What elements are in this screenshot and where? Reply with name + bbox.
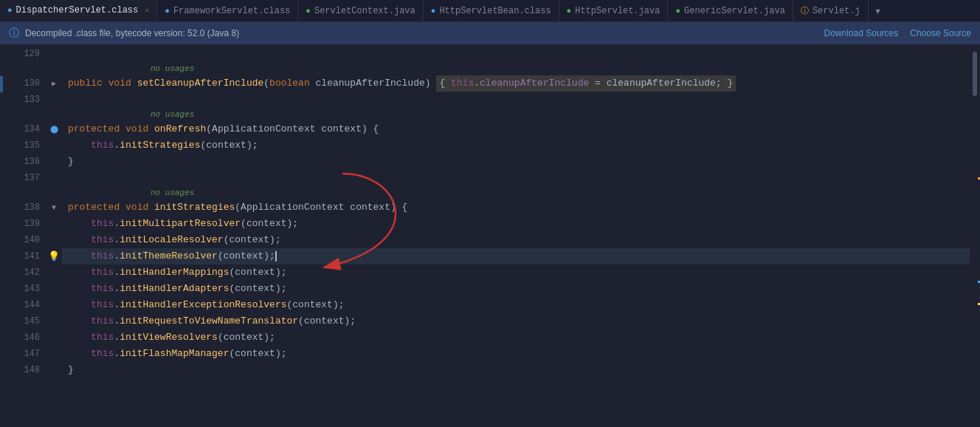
gi-144 <box>46 297 62 313</box>
ln-135: 135 <box>13 137 46 154</box>
gi-147 <box>46 346 62 362</box>
choose-source-link[interactable]: Choose Source <box>910 28 971 38</box>
info-icon: ⓘ <box>9 27 19 40</box>
code-line-139: this.initMultipartResolver(context); <box>62 216 970 232</box>
gi-143 <box>46 281 62 297</box>
ln-141: 141 <box>13 248 46 264</box>
code-line-144: this.initHandlerExceptionResolvers(conte… <box>62 297 970 313</box>
scrollbar-thumb[interactable] <box>973 52 977 96</box>
ln-137: 137 <box>13 170 46 186</box>
tab-icon: ● <box>431 7 436 16</box>
close-icon[interactable]: ✕ <box>145 6 149 15</box>
ide-window: ● DispatcherServlet.class ✕ ● FrameworkS… <box>0 0 980 427</box>
code-line-137 <box>62 170 970 186</box>
breakpoint-gutter <box>0 44 13 427</box>
ln-blank-comment1 <box>13 62 46 75</box>
gi-148 <box>46 362 62 378</box>
info-bar: ⓘ Decompiled .class file, bytecode versi… <box>0 22 980 44</box>
gutter-icons-column: ▶ ⬤ ▼ 💡 <box>46 44 62 427</box>
ln-145: 145 <box>13 313 46 329</box>
code-line-129 <box>62 46 970 62</box>
tab-framework[interactable]: ● FrameworkServlet.class <box>157 0 298 21</box>
tab-servletcontext[interactable]: ● ServletContext.java <box>298 0 423 21</box>
ln-130: 130 <box>13 75 46 92</box>
tab-label: HttpServlet.java <box>575 6 660 16</box>
tab-label: ServletContext.java <box>314 6 415 16</box>
ln-129: 129 <box>13 46 46 62</box>
decompile-info-text: Decompiled .class file, bytecode version… <box>25 28 239 38</box>
tab-label: DispatcherServlet.class <box>16 5 139 16</box>
tab-dispatcher[interactable]: ● DispatcherServlet.class ✕ <box>0 0 157 21</box>
code-line-143: this.initHandlerAdapters(context); <box>62 281 970 297</box>
code-area: 129 130 133 134 135 136 137 138 139 140 … <box>0 44 980 427</box>
gi-146 <box>46 329 62 346</box>
tab-icon: ● <box>165 7 170 16</box>
right-scrollbar[interactable] <box>970 44 980 427</box>
gi-141-bulb[interactable]: 💡 <box>46 248 62 264</box>
tab-servletj[interactable]: ⓘ Servlet.j <box>793 0 869 21</box>
info-left: ⓘ Decompiled .class file, bytecode versi… <box>9 27 239 40</box>
ln-144: 144 <box>13 297 46 313</box>
code-line-138: protected void initStrategies(Applicatio… <box>62 199 970 216</box>
tab-bar: ● DispatcherServlet.class ✕ ● FrameworkS… <box>0 0 980 22</box>
tab-icon: ● <box>306 7 311 16</box>
tab-label: FrameworkServlet.class <box>173 6 290 16</box>
gi-135 <box>46 137 62 154</box>
code-line-146: this.initViewResolvers(context); <box>62 329 970 346</box>
gi-134-debug[interactable]: ⬤ <box>46 121 62 137</box>
gi-129 <box>46 46 62 62</box>
ln-146: 146 <box>13 329 46 346</box>
code-line-135: this.initStrategies(context); <box>62 137 970 154</box>
code-line-145: this.initRequestToViewNameTranslator(con… <box>62 313 970 329</box>
gi-c2 <box>46 108 62 121</box>
ln-147: 147 <box>13 346 46 362</box>
gi-c1 <box>46 62 62 75</box>
tab-icon: ● <box>7 6 13 15</box>
tab-httpservletbean[interactable]: ● HttpServletBean.class <box>424 0 559 21</box>
code-line-134: protected void onRefresh(ApplicationCont… <box>62 121 970 137</box>
code-lines: no usages public void setCleanupAfterInc… <box>62 44 970 427</box>
ln-142: 142 <box>13 264 46 281</box>
info-right: Download Sources Choose Source <box>824 28 971 38</box>
tab-icon: ⓘ <box>801 5 809 16</box>
gi-137 <box>46 170 62 186</box>
line-number-column: 129 130 133 134 135 136 137 138 139 140 … <box>13 44 46 427</box>
code-line-133 <box>62 92 970 108</box>
tab-genericservlet[interactable]: ● GenericServlet.java <box>668 0 793 21</box>
gi-c3 <box>46 186 62 199</box>
code-content: 129 130 133 134 135 136 137 138 139 140 … <box>13 44 980 427</box>
no-usages-1: no usages <box>62 62 970 75</box>
ln-143: 143 <box>13 281 46 297</box>
code-line-141: this.initThemeResolver(context); <box>62 248 970 264</box>
ln-blank-comment2 <box>13 108 46 121</box>
gi-138-fold[interactable]: ▼ <box>46 199 62 216</box>
code-line-147: this.initFlashMapManager(context); <box>62 346 970 362</box>
tab-overflow-button[interactable]: ▾ <box>869 0 888 21</box>
gutter-mark-130 <box>0 76 3 92</box>
tab-label: HttpServletBean.class <box>439 6 551 16</box>
tab-label: GenericServlet.java <box>684 6 785 16</box>
tab-label: Servlet.j <box>812 6 860 16</box>
ln-138: 138 <box>13 199 46 216</box>
tab-httpservlet[interactable]: ● HttpServlet.java <box>559 0 669 21</box>
ln-133: 133 <box>13 92 46 108</box>
gi-139 <box>46 216 62 232</box>
no-usages-3: no usages <box>62 186 970 199</box>
tab-icon: ● <box>675 7 680 16</box>
ln-134: 134 <box>13 121 46 137</box>
ln-140: 140 <box>13 232 46 248</box>
code-line-140: this.initLocaleResolver(context); <box>62 232 970 248</box>
ln-139: 139 <box>13 216 46 232</box>
download-sources-link[interactable]: Download Sources <box>824 28 899 38</box>
ln-blank-comment3 <box>13 186 46 199</box>
gi-142 <box>46 264 62 281</box>
code-line-148: } <box>62 362 970 378</box>
code-line-136: } <box>62 154 970 170</box>
code-line-130: public void setCleanupAfterInclude(boole… <box>62 75 970 92</box>
ln-136: 136 <box>13 154 46 170</box>
gi-145 <box>46 313 62 329</box>
code-line-142: this.initHandlerMappings(context); <box>62 264 970 281</box>
gi-133 <box>46 92 62 108</box>
gi-136 <box>46 154 62 170</box>
gi-130-fold[interactable]: ▶ <box>46 75 62 92</box>
